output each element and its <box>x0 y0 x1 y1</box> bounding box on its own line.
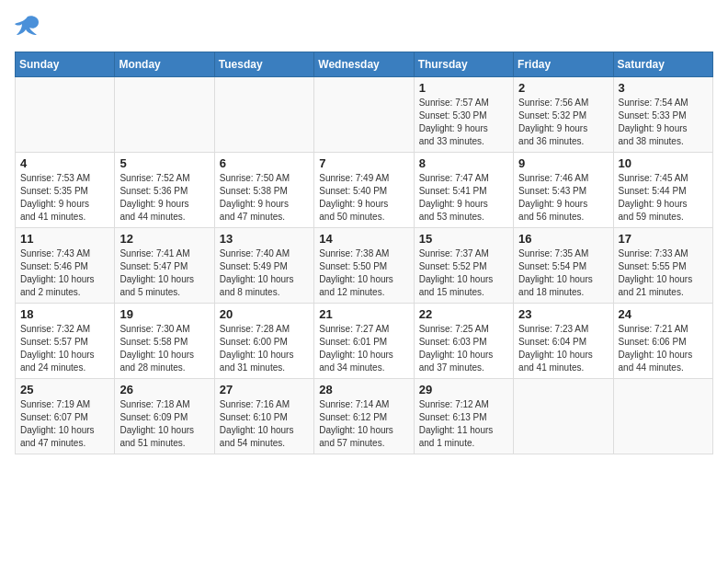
cell-content: Daylight: 10 hours <box>319 424 408 437</box>
cell-content: and 44 minutes. <box>619 362 708 374</box>
day-number: 23 <box>518 307 608 321</box>
calendar-cell: 1Sunrise: 7:57 AMSunset: 5:30 PMDaylight… <box>414 77 513 153</box>
cell-content: Daylight: 9 hours <box>518 122 608 135</box>
day-number: 12 <box>119 232 209 246</box>
cell-content: Daylight: 10 hours <box>518 273 608 286</box>
cell-content: Daylight: 10 hours <box>20 424 109 437</box>
cell-content: and 47 minutes. <box>20 437 109 450</box>
cell-content: Sunrise: 7:57 AM <box>419 97 508 109</box>
cell-content: and 33 minutes. <box>419 135 508 148</box>
calendar-cell: 7Sunrise: 7:49 AMSunset: 5:40 PMDaylight… <box>314 153 414 228</box>
day-number: 25 <box>20 383 109 396</box>
cell-content: Sunset: 5:57 PM <box>20 336 109 349</box>
cell-content: Sunrise: 7:12 AM <box>419 398 508 411</box>
calendar-cell: 15Sunrise: 7:37 AMSunset: 5:52 PMDayligh… <box>414 228 513 304</box>
cell-content: and 2 minutes. <box>20 286 109 299</box>
calendar-cell: 24Sunrise: 7:21 AMSunset: 6:06 PMDayligh… <box>613 304 712 379</box>
cell-content: Sunrise: 7:23 AM <box>518 323 608 336</box>
cell-content: Sunrise: 7:19 AM <box>20 398 109 411</box>
calendar-cell: 17Sunrise: 7:33 AMSunset: 5:55 PMDayligh… <box>613 228 712 304</box>
cell-content: Daylight: 10 hours <box>220 424 309 437</box>
cell-content: Sunset: 5:33 PM <box>619 109 708 122</box>
cell-content: Daylight: 10 hours <box>518 349 608 362</box>
day-number: 26 <box>119 383 209 396</box>
cell-content: and 41 minutes. <box>20 211 109 224</box>
cell-content: Sunset: 5:43 PM <box>518 185 608 198</box>
day-number: 11 <box>20 232 109 246</box>
cell-content: Daylight: 10 hours <box>419 273 508 286</box>
cell-content: Daylight: 11 hours <box>419 424 508 437</box>
cell-content: and 38 minutes. <box>619 135 708 148</box>
day-number: 6 <box>220 156 309 170</box>
cell-content: Daylight: 9 hours <box>619 198 708 211</box>
cell-content: Sunrise: 7:37 AM <box>419 247 508 260</box>
cell-content: Daylight: 9 hours <box>119 198 209 211</box>
calendar-cell: 14Sunrise: 7:38 AMSunset: 5:50 PMDayligh… <box>314 228 414 304</box>
column-header-monday: Monday <box>115 52 214 77</box>
cell-content: Sunset: 5:35 PM <box>20 185 109 198</box>
cell-content: Sunset: 5:58 PM <box>119 336 209 349</box>
cell-content: Sunrise: 7:14 AM <box>319 398 408 411</box>
cell-content: Sunset: 6:01 PM <box>319 336 408 349</box>
day-number: 14 <box>319 232 408 246</box>
week-row-2: 4Sunrise: 7:53 AMSunset: 5:35 PMDaylight… <box>16 153 713 228</box>
cell-content: Sunset: 5:32 PM <box>518 109 608 122</box>
cell-content: and 50 minutes. <box>319 211 408 224</box>
cell-content: Sunset: 5:54 PM <box>518 260 608 273</box>
cell-content: Sunrise: 7:50 AM <box>220 172 309 185</box>
cell-content: Sunset: 5:36 PM <box>119 185 209 198</box>
calendar-cell <box>214 77 313 153</box>
cell-content: Sunrise: 7:32 AM <box>20 323 109 336</box>
cell-content: and 41 minutes. <box>518 362 608 374</box>
cell-content: and 8 minutes. <box>220 286 309 299</box>
day-number: 17 <box>619 232 708 246</box>
cell-content: Sunset: 6:07 PM <box>20 411 109 424</box>
cell-content: Daylight: 9 hours <box>220 198 309 211</box>
cell-content: Sunrise: 7:56 AM <box>518 97 608 109</box>
logo-icon <box>15 15 40 40</box>
cell-content: and 34 minutes. <box>319 362 408 374</box>
calendar-cell: 20Sunrise: 7:28 AMSunset: 6:00 PMDayligh… <box>214 304 313 379</box>
cell-content: Daylight: 10 hours <box>20 349 109 362</box>
calendar-cell: 3Sunrise: 7:54 AMSunset: 5:33 PMDaylight… <box>613 77 712 153</box>
cell-content: Sunrise: 7:30 AM <box>119 323 209 336</box>
cell-content: Sunset: 6:09 PM <box>119 411 209 424</box>
cell-content: Daylight: 10 hours <box>619 349 708 362</box>
cell-content: Daylight: 10 hours <box>119 424 209 437</box>
cell-content: Daylight: 10 hours <box>619 273 708 286</box>
calendar-cell: 19Sunrise: 7:30 AMSunset: 5:58 PMDayligh… <box>115 304 214 379</box>
week-row-3: 11Sunrise: 7:43 AMSunset: 5:46 PMDayligh… <box>16 228 713 304</box>
calendar-cell: 13Sunrise: 7:40 AMSunset: 5:49 PMDayligh… <box>214 228 313 304</box>
calendar-cell: 28Sunrise: 7:14 AMSunset: 6:12 PMDayligh… <box>314 379 414 454</box>
day-number: 3 <box>619 81 708 95</box>
cell-content: Sunrise: 7:43 AM <box>20 247 109 260</box>
cell-content: Sunrise: 7:40 AM <box>220 247 309 260</box>
cell-content: Sunrise: 7:16 AM <box>220 398 309 411</box>
cell-content: Sunset: 6:00 PM <box>220 336 309 349</box>
cell-content: Daylight: 9 hours <box>419 198 508 211</box>
cell-content: Sunset: 6:04 PM <box>518 336 608 349</box>
cell-content: Daylight: 10 hours <box>119 349 209 362</box>
cell-content: Sunset: 6:13 PM <box>419 411 508 424</box>
cell-content: and 59 minutes. <box>619 211 708 224</box>
cell-content: and 12 minutes. <box>319 286 408 299</box>
day-number: 16 <box>518 232 608 246</box>
calendar-cell: 9Sunrise: 7:46 AMSunset: 5:43 PMDaylight… <box>514 153 613 228</box>
logo <box>15 15 44 40</box>
cell-content: Daylight: 10 hours <box>419 349 508 362</box>
calendar-cell: 8Sunrise: 7:47 AMSunset: 5:41 PMDaylight… <box>414 153 513 228</box>
calendar-cell <box>16 77 115 153</box>
cell-content: Daylight: 10 hours <box>220 273 309 286</box>
cell-content: Daylight: 9 hours <box>619 122 708 135</box>
day-number: 27 <box>220 383 309 396</box>
cell-content: Daylight: 10 hours <box>319 273 408 286</box>
cell-content: Sunrise: 7:21 AM <box>619 323 708 336</box>
calendar-cell: 23Sunrise: 7:23 AMSunset: 6:04 PMDayligh… <box>514 304 613 379</box>
day-number: 29 <box>419 383 508 396</box>
calendar-cell: 4Sunrise: 7:53 AMSunset: 5:35 PMDaylight… <box>16 153 115 228</box>
cell-content: and 57 minutes. <box>319 437 408 450</box>
calendar-cell: 26Sunrise: 7:18 AMSunset: 6:09 PMDayligh… <box>115 379 214 454</box>
cell-content: Sunset: 5:30 PM <box>419 109 508 122</box>
header <box>15 15 713 40</box>
day-number: 21 <box>319 307 408 321</box>
